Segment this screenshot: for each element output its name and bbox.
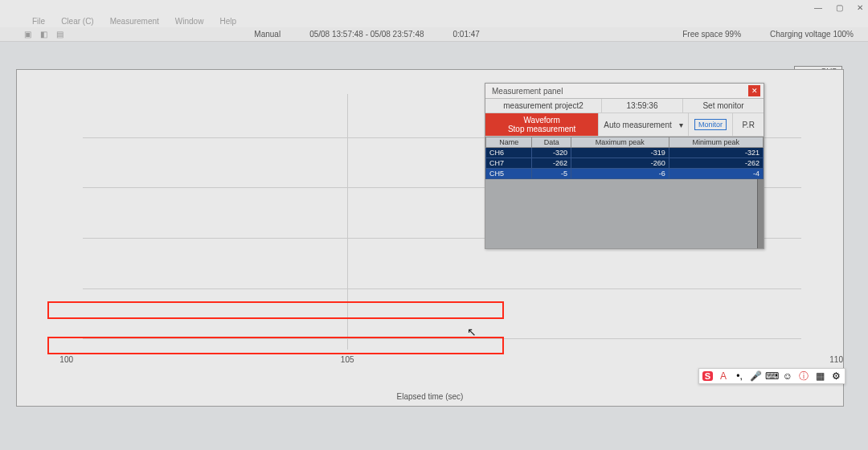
punct-icon[interactable]: •, xyxy=(734,370,745,382)
status-free-space: Free space 99% xyxy=(668,30,755,39)
panel-clock: 13:59:36 xyxy=(602,99,683,112)
monitor-button[interactable]: Monitor xyxy=(694,119,727,130)
menu-clear[interactable]: Clear (C) xyxy=(61,17,94,26)
stop-label: Stop measurement xyxy=(508,125,576,133)
status-charging: Charging voltage 100% xyxy=(755,30,868,39)
menu-window[interactable]: Window xyxy=(175,17,204,26)
x-tick-2: 110 xyxy=(829,355,843,364)
panel-close-icon[interactable]: ✕ xyxy=(748,85,760,96)
tool-icon-2[interactable]: ◧ xyxy=(40,30,50,39)
sogou-icon[interactable]: S xyxy=(702,371,713,381)
panel-titlebar[interactable]: Measurement panel ✕ xyxy=(485,84,764,99)
panel-title: Measurement panel xyxy=(492,87,563,96)
window-titlebar: — ▢ ✕ xyxy=(0,0,868,14)
tool-icon-3[interactable]: ▤ xyxy=(56,30,66,39)
letter-a-icon[interactable]: A xyxy=(718,370,729,382)
auto-measurement-dropdown[interactable]: Auto measurement ▾ xyxy=(599,113,688,136)
vertical-scrollbar[interactable] xyxy=(757,179,764,248)
table-row[interactable]: CH5-5-6-4 xyxy=(486,169,764,179)
menu-measurement[interactable]: Measurement xyxy=(110,17,159,26)
x-axis-label: Elapsed time (sec) xyxy=(397,392,464,401)
annotation-rect-2 xyxy=(47,337,504,354)
menubar: File Clear (C) Measurement Window Help xyxy=(0,14,868,27)
stop-measurement-button[interactable]: Waveform Stop measurement xyxy=(485,113,599,136)
ime-tray[interactable]: S A •, 🎤 ⌨ ☺ ⓘ ▦ ⚙ xyxy=(698,368,845,384)
x-tick-0: 100 xyxy=(59,355,73,364)
waveform-label: Waveform xyxy=(524,116,560,125)
robot-icon[interactable]: ⓘ xyxy=(798,370,809,382)
close-icon[interactable]: ✕ xyxy=(855,2,865,12)
col-maxpeak[interactable]: Maximum peak xyxy=(571,137,669,148)
toolbar-icons: ▣ ◧ ▤ xyxy=(0,30,66,39)
table-row[interactable]: CH6-320-319-321 xyxy=(486,148,764,158)
statusbar: ▣ ◧ ▤ Manual 05/08 13:57:48 - 05/08 23:5… xyxy=(0,27,868,42)
menu-help[interactable]: Help xyxy=(219,17,236,26)
col-data[interactable]: Data xyxy=(532,137,571,148)
status-elapsed: 0:01:47 xyxy=(439,30,494,39)
menu-file[interactable]: File xyxy=(32,17,45,26)
auto-measurement-label: Auto measurement xyxy=(604,121,672,129)
set-monitor-button[interactable]: Set monitor xyxy=(683,99,764,112)
measurement-panel[interactable]: Measurement panel ✕ measurement project2… xyxy=(485,83,764,249)
gear-icon[interactable]: ⚙ xyxy=(830,370,841,382)
mouse-cursor-icon: ↖ xyxy=(467,325,477,338)
col-name[interactable]: Name xyxy=(486,137,532,148)
tool-icon-1[interactable]: ▣ xyxy=(24,30,34,39)
x-tick-1: 105 xyxy=(341,355,354,364)
panel-project-name: measurement project2 xyxy=(485,99,602,112)
pr-button[interactable]: P.R xyxy=(733,113,764,136)
table-empty-area xyxy=(485,179,764,248)
content-area: Settings CH5 ↖ 100 105 110 Elapsed time … xyxy=(0,42,868,450)
mic-icon[interactable]: 🎤 xyxy=(750,370,761,382)
window-controls: — ▢ ✕ xyxy=(813,2,865,12)
minimize-icon[interactable]: — xyxy=(813,2,823,12)
chevron-down-icon: ▾ xyxy=(679,121,683,129)
status-time-range: 05/08 13:57:48 - 05/08 23:57:48 xyxy=(295,30,438,39)
grid-icon[interactable]: ▦ xyxy=(814,370,825,382)
maximize-icon[interactable]: ▢ xyxy=(834,2,844,12)
measurement-table[interactable]: Name Data Maximum peak Minimum peak CH6-… xyxy=(485,137,764,179)
annotation-rect-1 xyxy=(47,301,504,319)
emoji-icon[interactable]: ☺ xyxy=(782,370,793,382)
status-mode: Manual xyxy=(240,30,295,39)
table-row[interactable]: CH7-262-260-262 xyxy=(486,158,764,169)
keyboard-icon[interactable]: ⌨ xyxy=(766,370,777,382)
col-minpeak[interactable]: Minimum peak xyxy=(669,137,763,148)
